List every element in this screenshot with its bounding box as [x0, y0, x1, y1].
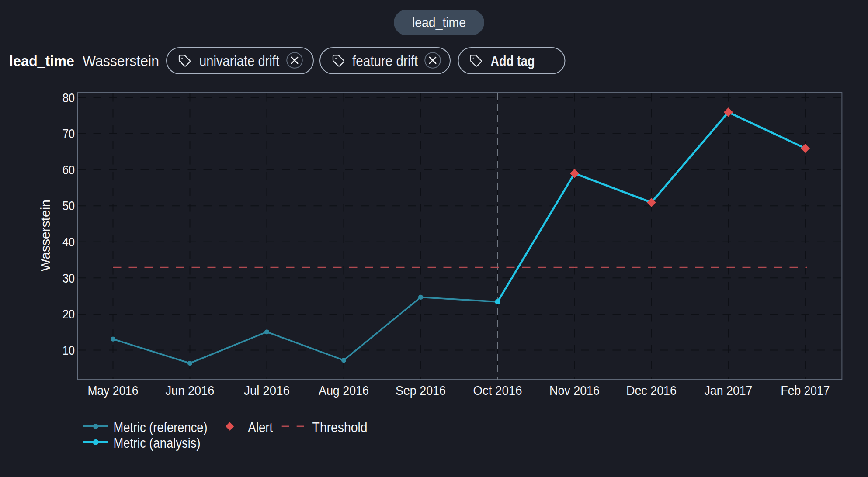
svg-text:Jun 2016: Jun 2016 [166, 383, 215, 398]
svg-text:Metric (reference): Metric (reference) [114, 420, 208, 435]
svg-text:60: 60 [62, 162, 75, 177]
svg-text:Alert: Alert [248, 420, 273, 435]
svg-text:Aug 2016: Aug 2016 [319, 383, 369, 398]
svg-text:Oct 2016: Oct 2016 [473, 383, 522, 398]
svg-text:50: 50 [62, 198, 75, 213]
svg-text:40: 40 [62, 235, 75, 249]
svg-text:Nov 2016: Nov 2016 [549, 383, 600, 398]
svg-text:80: 80 [62, 90, 75, 105]
svg-text:Threshold: Threshold [312, 420, 368, 435]
svg-text:feature drift: feature drift [352, 53, 418, 69]
svg-text:Jan 2017: Jan 2017 [705, 383, 753, 398]
svg-text:30: 30 [62, 271, 75, 285]
svg-text:lead_time: lead_time [9, 52, 74, 69]
svg-text:Sep 2016: Sep 2016 [396, 383, 446, 398]
svg-text:lead_time: lead_time [412, 15, 466, 30]
svg-text:Jul 2016: Jul 2016 [244, 383, 290, 398]
svg-text:May 2016: May 2016 [88, 383, 139, 398]
svg-text:10: 10 [62, 343, 75, 357]
svg-text:Wasserstein: Wasserstein [38, 200, 52, 271]
svg-text:20: 20 [62, 307, 75, 321]
svg-text:Add tag: Add tag [491, 53, 535, 69]
svg-text:Dec 2016: Dec 2016 [626, 383, 677, 398]
svg-text:Feb 2017: Feb 2017 [781, 383, 830, 398]
svg-text:Metric (analysis): Metric (analysis) [114, 436, 201, 451]
svg-text:Wasserstein: Wasserstein [83, 52, 159, 69]
svg-text:univariate drift: univariate drift [199, 53, 279, 69]
svg-text:70: 70 [62, 126, 75, 141]
